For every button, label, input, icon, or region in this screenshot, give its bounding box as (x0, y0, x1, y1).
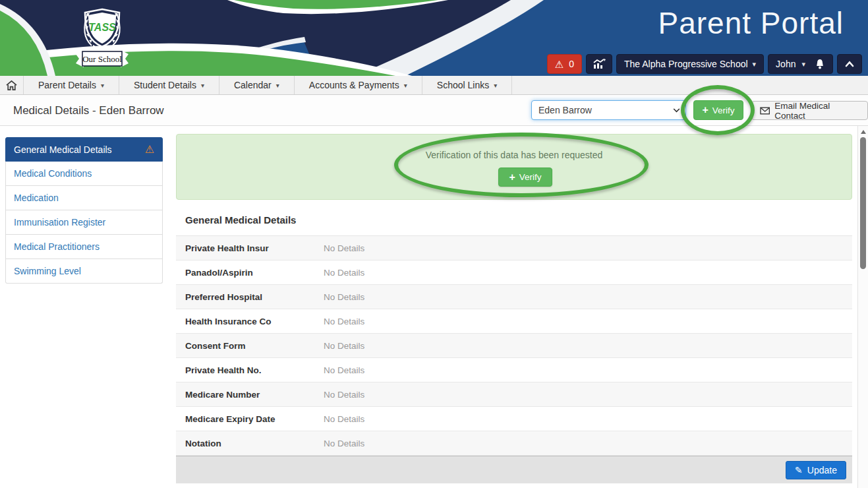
collapse-header-button[interactable] (837, 54, 862, 74)
table-row: Panadol/Aspirin No Details (176, 260, 852, 285)
nav-item-label: Accounts & Payments (309, 80, 399, 90)
school-selector-button[interactable]: The Alpha Progressive School ▾ (616, 54, 764, 74)
row-value: No Details (324, 292, 364, 302)
row-label: Private Health Insur (176, 243, 324, 253)
header-banner: TASS Our School Parent Portal ⚠ 0 (0, 0, 868, 76)
verify-button-label: Verify (519, 172, 542, 182)
chevron-down-icon: ▾ (101, 82, 104, 89)
scrollbar-thumb[interactable] (860, 137, 866, 269)
nav-item-label: Parent Details (38, 80, 96, 90)
sidebar-item-swimming-level[interactable]: Swimming Level (5, 259, 163, 284)
nav-accounts-payments[interactable]: Accounts & Payments ▾ (295, 76, 422, 94)
parent-portal-app: TASS Our School Parent Portal ⚠ 0 (0, 0, 868, 488)
table-row: Notation No Details (176, 431, 852, 456)
update-button-label: Update (807, 465, 837, 475)
section-heading: General Medical Details (185, 214, 296, 226)
home-icon (5, 80, 18, 91)
chevron-down-icon: ▾ (801, 60, 805, 69)
verification-alert-message: Verification of this data has been reque… (177, 150, 852, 160)
table-row: Preferred Hospital No Details (176, 285, 852, 309)
page-title: Parent Portal (658, 5, 844, 41)
row-value: No Details (324, 390, 364, 400)
student-select[interactable]: Eden Barrow (531, 100, 686, 120)
chevron-up-icon (844, 60, 855, 68)
select-chevron-icon (673, 108, 680, 113)
row-label: Notation (176, 439, 324, 448)
row-value: No Details (324, 439, 364, 448)
alerts-button[interactable]: ⚠ 0 (547, 54, 582, 74)
chevron-down-icon: ▾ (404, 82, 407, 89)
table-row: Medicare Expiry Date No Details (176, 407, 852, 431)
row-value: No Details (324, 341, 364, 351)
medical-sidebar: General Medical Details ⚠ Medical Condit… (5, 137, 163, 284)
sidebar-item-general-medical-details[interactable]: General Medical Details ⚠ (5, 137, 163, 162)
scrollbar-up-arrow[interactable] (861, 130, 866, 134)
sidebar-item-label: General Medical Details (14, 144, 112, 155)
nav-school-links[interactable]: School Links ▾ (422, 76, 512, 94)
home-button[interactable] (0, 76, 24, 94)
update-button[interactable]: ✎ Update (786, 461, 846, 479)
nav-item-label: School Links (437, 80, 489, 90)
row-value: No Details (324, 243, 364, 253)
form-footer: ✎ Update (176, 456, 852, 483)
sidebar-item-medical-conditions[interactable]: Medical Conditions (5, 162, 163, 186)
sidebar-item-immunisation-register[interactable]: Immunisation Register (5, 210, 163, 235)
sidebar-item-medical-practitioners[interactable]: Medical Practitioners (5, 235, 163, 259)
bell-icon (815, 59, 825, 70)
envelope-icon (760, 107, 770, 115)
logo-school-name-svg: Our School (82, 54, 122, 64)
user-name-label: John (776, 59, 796, 69)
row-label: Private Health No. (176, 365, 324, 375)
plus-icon: + (509, 172, 515, 183)
warning-icon: ⚠ (145, 143, 154, 156)
email-button-label: Email Medical Contact (774, 101, 859, 121)
chart-icon (593, 59, 606, 69)
school-crest-logo: TASS Our School (69, 4, 135, 73)
row-value: No Details (324, 414, 364, 424)
chevron-down-icon: ▾ (753, 60, 757, 69)
pencil-icon: ✎ (795, 465, 803, 475)
warning-icon: ⚠ (555, 59, 564, 69)
school-selector-label: The Alpha Progressive School (624, 59, 748, 69)
sidebar-item-label: Medication (14, 193, 59, 203)
row-value: No Details (324, 268, 364, 278)
row-label: Medicare Number (176, 390, 324, 400)
nav-student-details[interactable]: Student Details ▾ (119, 76, 219, 94)
nav-item-label: Student Details (134, 80, 196, 90)
chevron-down-icon: ▾ (201, 82, 204, 89)
user-menu-button[interactable]: John ▾ (768, 54, 833, 74)
sidebar-item-label: Immunisation Register (14, 217, 105, 228)
chevron-down-icon: ▾ (276, 82, 279, 89)
vertical-scrollbar[interactable] (857, 126, 868, 488)
page-heading: Medical Details - Eden Barrow (13, 104, 164, 117)
header-buttons: ⚠ 0 The Alpha Progressive School ▾ John … (547, 54, 862, 74)
row-label: Medicare Expiry Date (176, 414, 324, 424)
page-header: Medical Details - Eden Barrow Eden Barro… (0, 95, 868, 126)
row-label: Health Insurance Co (176, 317, 324, 326)
plus-icon: + (702, 105, 708, 115)
row-label: Preferred Hospital (176, 292, 324, 302)
nav-item-label: Calendar (234, 80, 272, 90)
row-value: No Details (324, 365, 364, 375)
student-select-value: Eden Barrow (538, 105, 592, 115)
verify-button-alert[interactable]: + Verify (498, 168, 552, 187)
verify-button-header[interactable]: + Verify (693, 100, 743, 120)
reports-button[interactable] (586, 54, 612, 74)
nav-parent-details[interactable]: Parent Details ▾ (24, 76, 119, 94)
row-label: Panadol/Aspirin (176, 268, 324, 278)
nav-calendar[interactable]: Calendar ▾ (219, 76, 295, 94)
email-medical-contact-button[interactable]: Email Medical Contact (751, 101, 868, 120)
table-row: Health Insurance Co No Details (176, 309, 852, 334)
table-row: Consent Form No Details (176, 334, 852, 358)
alerts-count: 0 (569, 59, 574, 69)
row-label: Consent Form (176, 341, 324, 351)
sidebar-item-medication[interactable]: Medication (5, 186, 163, 210)
logo-brand-text: TASS (88, 22, 116, 33)
verify-button-label: Verify (712, 106, 735, 115)
notifications-bell[interactable] (815, 59, 825, 70)
verification-alert: Verification of this data has been reque… (176, 134, 852, 200)
details-table: Private Health Insur No Details Panadol/… (176, 235, 852, 456)
table-row: Private Health Insur No Details (176, 236, 852, 260)
main-navbar: Parent Details ▾ Student Details ▾ Calen… (0, 76, 868, 95)
table-row: Medicare Number No Details (176, 382, 852, 407)
